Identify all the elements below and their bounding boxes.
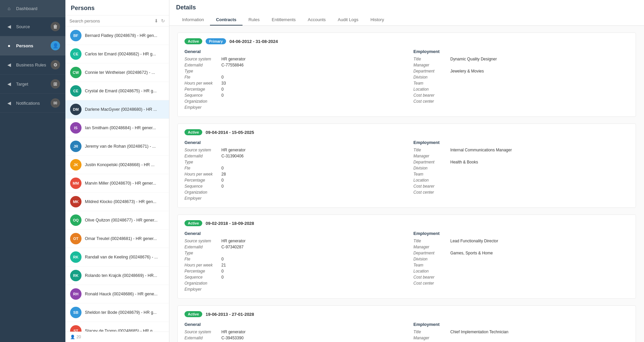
- contract-field: Percentage 0: [184, 178, 400, 183]
- tab-audit-logs[interactable]: Audit Logs: [332, 14, 364, 26]
- notifications-icon: ◀: [5, 99, 13, 107]
- sidebar-item-target[interactable]: ◀ Target ⊞: [0, 75, 65, 94]
- sidebar-item-notifications[interactable]: ◀ Notifications ✉: [0, 94, 65, 113]
- contract-header: Active19-06-2013 - 27-01-2028: [184, 311, 629, 317]
- field-label: Team: [414, 172, 450, 177]
- contract-field: Cost bearer: [414, 275, 629, 280]
- list-item[interactable]: CE Carlos ter Emard (00248682) - HR g...: [65, 45, 169, 63]
- field-label: Title: [414, 330, 450, 334]
- refresh-icon[interactable]: ↻: [161, 18, 165, 23]
- list-item[interactable]: CE Crystal de Emard (00248675) - HR g...: [65, 82, 169, 100]
- field-label: ExternalId: [184, 336, 221, 340]
- sidebar-item-dashboard[interactable]: ⌂ Dashboard: [0, 0, 65, 17]
- field-label: Sequence: [184, 184, 221, 189]
- contract-field: Employer: [184, 196, 400, 201]
- person-name: Darlene MacGyver (00248680) - HR ...: [85, 107, 157, 112]
- search-input[interactable]: [69, 18, 152, 23]
- contract-date: 09-04-2014 - 15-05-2025: [206, 130, 254, 135]
- persons-count: 20: [76, 335, 81, 339]
- persons-footer: 👤 20: [65, 332, 169, 342]
- field-value: HR generator: [221, 148, 246, 152]
- sidebar-item-source[interactable]: ◀ Source 🗑: [0, 17, 65, 36]
- list-item[interactable]: DM Darlene MacGyver (00248680) - HR ...: [65, 100, 169, 119]
- person-name: Ian Smitham (00248684) - HR gener...: [85, 125, 156, 131]
- field-label: Title: [414, 148, 450, 152]
- contract-header: Active09-02-2018 - 18-09-2028: [184, 220, 629, 226]
- field-label: Hours per week: [184, 263, 221, 267]
- field-label: Division: [414, 75, 450, 80]
- field-label: Hours per week: [184, 172, 221, 177]
- list-item[interactable]: IS Ian Smitham (00248684) - HR gener...: [65, 119, 169, 137]
- persons-search-bar: ⬇ ↻: [65, 15, 169, 27]
- list-item[interactable]: OT Omar Treutel (00248681) - HR gener...: [65, 230, 169, 248]
- persons-action-icon: 👤: [51, 41, 60, 50]
- field-label: Employer: [184, 105, 221, 110]
- field-label: Percentage: [184, 269, 221, 274]
- list-item[interactable]: OQ Olive Quitzon (00248677) - HR gener..…: [65, 211, 169, 230]
- tab-history[interactable]: History: [364, 14, 390, 26]
- contract-field: Percentage 0: [184, 87, 400, 92]
- field-label: Division: [414, 166, 450, 170]
- field-label: Organization: [184, 281, 221, 286]
- list-item[interactable]: ST Stacey de Tromp (00248685) - HR g...: [65, 322, 169, 332]
- tab-entitlements[interactable]: Entitlements: [266, 14, 302, 26]
- person-name: Olive Quitzon (00248677) - HR gener...: [85, 217, 158, 223]
- tab-rules[interactable]: Rules: [243, 14, 266, 26]
- field-value: 21: [221, 263, 226, 267]
- field-label: Manager: [414, 154, 450, 158]
- person-name: Crystal de Emard (00248675) - HR g...: [85, 88, 157, 94]
- list-item[interactable]: MM Marvin Miller (00248670) - HR gener..…: [65, 174, 169, 193]
- contract-field: Hours per week 28: [184, 172, 400, 177]
- list-item[interactable]: JR Jeremy van de Rohan (00248671) - ...: [65, 137, 169, 156]
- sidebar-item-business-rules[interactable]: ◀ Business Rules ⚙: [0, 55, 65, 75]
- section-title-employment: Employment: [414, 231, 629, 236]
- avatar: MM: [70, 178, 82, 189]
- avatar: JK: [70, 159, 82, 170]
- persons-title: Persons: [65, 0, 169, 15]
- field-label: Employer: [184, 196, 221, 201]
- list-item[interactable]: BF Bernard Flatley (00248678) - HR gen..…: [65, 27, 169, 45]
- contract-field: Manager: [414, 336, 629, 340]
- badge-active: Active: [184, 129, 202, 135]
- contract-field: Division: [414, 75, 629, 80]
- business-rules-icon: ◀: [5, 61, 13, 68]
- list-item[interactable]: SB Sheldon ter Bode (00248679) - HR g...: [65, 303, 169, 322]
- badge-active: Active: [184, 311, 202, 317]
- contract-field: Hours per week 33: [184, 81, 400, 86]
- contract-field: Division: [414, 166, 629, 170]
- list-item[interactable]: CW Connie ter Wintheiser (00248672) - ..…: [65, 63, 169, 82]
- section-title-general: General: [184, 231, 400, 236]
- contract-field: Division: [414, 257, 629, 261]
- contract-field: Employer: [184, 105, 400, 110]
- person-name: Carlos ter Emard (00248682) - HR g...: [85, 51, 156, 57]
- avatar: OT: [70, 233, 82, 244]
- person-name: Jeremy van de Rohan (00248671) - ...: [85, 144, 156, 149]
- field-value: Health & Books: [450, 160, 478, 164]
- download-icon[interactable]: ⬇: [154, 18, 158, 23]
- list-item[interactable]: RK Randall van de Keeling (00248676) - .…: [65, 248, 169, 266]
- sidebar-item-persons[interactable]: ● Persons 👤: [0, 36, 65, 55]
- list-item[interactable]: RH Ronald Hauck (00248686) - HR gene...: [65, 285, 169, 303]
- contract-body: General Source system HR generator Exter…: [184, 49, 629, 111]
- contract-field: Location: [414, 269, 629, 274]
- tab-information[interactable]: Information: [176, 14, 210, 26]
- contract-date: 04-06-2012 - 31-08-2024: [229, 39, 278, 44]
- field-value: 0: [221, 257, 224, 261]
- field-label: Division: [414, 257, 450, 261]
- field-label: Cost bearer: [414, 184, 450, 189]
- tab-contracts[interactable]: Contracts: [210, 14, 243, 26]
- source-icon: ◀: [5, 23, 13, 30]
- contract-field: Cost bearer: [414, 184, 629, 189]
- employment-section: Employment Title Internal Communications…: [414, 140, 629, 202]
- field-label: Team: [414, 81, 450, 86]
- contract-field: Title Internal Communications Manager: [414, 148, 629, 152]
- list-item[interactable]: JK Justin Konopelski (00248668) - HR ...: [65, 156, 169, 174]
- list-item[interactable]: MK Mildred Klocko (00248673) - HR gen...: [65, 193, 169, 211]
- contract-field: Type: [184, 251, 400, 255]
- avatar: CE: [70, 48, 82, 60]
- list-item[interactable]: RK Rolando ten Krajcik (00248669) - HR..…: [65, 266, 169, 285]
- avatar: RK: [70, 251, 82, 263]
- details-header: Details InformationContractsRulesEntitle…: [169, 0, 644, 26]
- tab-accounts[interactable]: Accounts: [302, 14, 332, 26]
- contract-card: Active09-04-2014 - 15-05-2025 General So…: [177, 124, 636, 208]
